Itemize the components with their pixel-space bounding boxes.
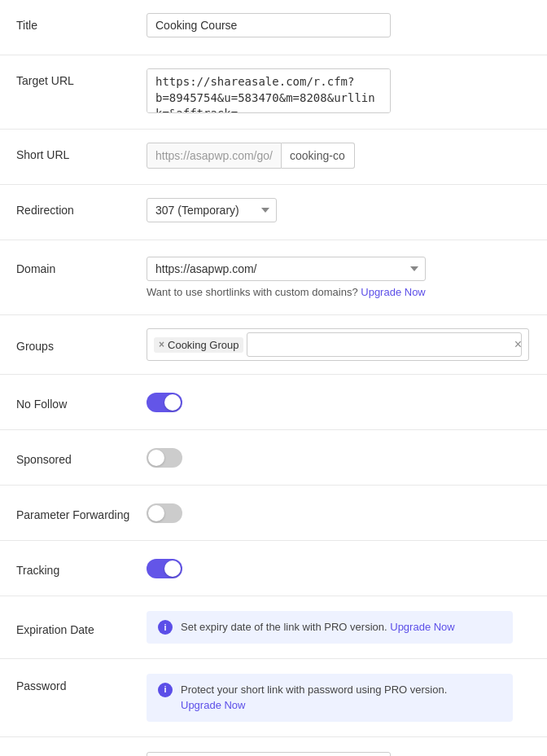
expiration-date-label: Expiration Date	[16, 618, 147, 637]
expiration-info-box: i Set expiry date of the link with PRO v…	[147, 611, 513, 644]
redirection-row: Redirection 307 (Temporary) 301 (Permane…	[0, 185, 547, 240]
domain-hint-text: Want to use shortlinks with custom domai…	[147, 286, 358, 298]
tracking-toggle[interactable]	[147, 559, 182, 578]
group-tag-label: Cooking Group	[168, 339, 238, 351]
target-url-row: Target URL https://shareasale.com/r.cfm?…	[0, 55, 547, 130]
sponsored-control	[147, 448, 531, 468]
title-row: Title	[0, 0, 547, 55]
target-url-control: https://shareasale.com/r.cfm?b=8945754&u…	[147, 68, 531, 116]
groups-input-wrapper[interactable]: × Cooking Group ×	[147, 328, 529, 361]
no-follow-label: No Follow	[16, 392, 147, 413]
short-url-label: Short URL	[16, 143, 147, 164]
sponsored-label: Sponsored	[16, 447, 147, 468]
short-url-row: Short URL https://asapwp.com/go/ cooking…	[0, 130, 547, 185]
domain-upgrade-link[interactable]: Upgrade Now	[361, 286, 426, 298]
domain-hint: Want to use shortlinks with custom domai…	[147, 286, 426, 298]
parameter-forwarding-toggle-wrapper	[147, 503, 182, 523]
tracking-slider	[147, 559, 182, 578]
password-label: Password	[16, 674, 147, 695]
password-row: Password i Protect your short link with …	[0, 659, 547, 737]
domain-row: Domain https://asapwp.com/ Want to use s…	[0, 240, 547, 315]
password-info-text: Protect your short link with password us…	[181, 682, 447, 714]
target-url-wrapper: https://shareasale.com/r.cfm?b=8945754&u…	[147, 68, 391, 116]
expiration-date-control: i Set expiry date of the link with PRO v…	[147, 611, 531, 644]
target-url-input[interactable]: https://shareasale.com/r.cfm?b=8945754&u…	[147, 68, 391, 113]
domain-select[interactable]: https://asapwp.com/	[147, 257, 426, 281]
password-control: i Protect your short link with password …	[147, 674, 531, 722]
no-follow-toggle[interactable]	[147, 393, 182, 412]
short-url-wrapper: https://asapwp.com/go/ cooking-co	[147, 143, 355, 169]
groups-text-input[interactable]	[247, 332, 522, 357]
password-upgrade-link[interactable]: Upgrade Now	[181, 699, 246, 711]
notes-input[interactable]	[147, 752, 391, 757]
domain-wrapper: https://asapwp.com/ Want to use shortlin…	[147, 257, 426, 298]
expiration-info-icon: i	[158, 620, 173, 635]
redirection-control: 307 (Temporary) 301 (Permanent) 302 (Tem…	[147, 198, 531, 222]
sponsored-row: Sponsored	[0, 430, 547, 486]
title-input[interactable]	[147, 13, 391, 37]
parameter-forwarding-toggle[interactable]	[147, 503, 182, 523]
parameter-forwarding-slider	[147, 503, 182, 523]
parameter-forwarding-knob	[148, 505, 164, 521]
groups-clear-icon[interactable]: ×	[514, 338, 522, 351]
notes-label: Notes	[16, 752, 147, 757]
short-url-control: https://asapwp.com/go/ cooking-co	[147, 143, 531, 169]
title-label: Title	[16, 13, 147, 34]
no-follow-control	[147, 393, 531, 412]
groups-control: × Cooking Group ×	[147, 328, 531, 361]
redirection-label: Redirection	[16, 198, 147, 219]
short-url-slug[interactable]: cooking-co	[282, 143, 355, 169]
tracking-control	[147, 559, 531, 578]
tracking-label: Tracking	[16, 558, 147, 579]
groups-label: Groups	[16, 334, 147, 355]
no-follow-row: No Follow	[0, 375, 547, 430]
parameter-forwarding-label: Parameter Forwarding	[16, 503, 147, 522]
parameter-forwarding-row: Parameter Forwarding	[0, 486, 547, 541]
no-follow-slider	[147, 393, 182, 412]
notes-control	[147, 752, 531, 757]
no-follow-toggle-wrapper	[147, 393, 182, 412]
sponsored-toggle-wrapper	[147, 448, 182, 468]
title-control	[147, 13, 531, 37]
groups-row: Groups × Cooking Group ×	[0, 315, 547, 375]
expiration-info-text: Set expiry date of the link with PRO ver…	[181, 619, 455, 635]
group-tag: × Cooking Group	[154, 337, 243, 353]
password-info-box: i Protect your short link with password …	[147, 674, 513, 722]
target-url-label: Target URL	[16, 68, 147, 90]
password-info-inner: i Protect your short link with password …	[158, 682, 447, 714]
expiration-date-row: Expiration Date i Set expiry date of the…	[0, 596, 547, 659]
password-info-icon: i	[158, 683, 173, 697]
no-follow-knob	[164, 394, 181, 411]
domain-label: Domain	[16, 257, 147, 278]
sponsored-toggle[interactable]	[147, 448, 182, 468]
sponsored-knob	[148, 450, 164, 466]
short-url-base: https://asapwp.com/go/	[147, 143, 282, 169]
sponsored-slider	[147, 448, 182, 468]
redirection-select[interactable]: 307 (Temporary) 301 (Permanent) 302 (Tem…	[147, 198, 277, 222]
parameter-forwarding-control	[147, 503, 531, 523]
expiration-upgrade-link[interactable]: Upgrade Now	[390, 621, 455, 633]
notes-row: Notes	[0, 737, 547, 757]
group-tag-remove[interactable]: ×	[159, 340, 164, 349]
tracking-row: Tracking	[0, 541, 547, 596]
tracking-knob	[164, 560, 181, 577]
domain-control: https://asapwp.com/ Want to use shortlin…	[147, 257, 531, 298]
tracking-toggle-wrapper	[147, 559, 182, 578]
